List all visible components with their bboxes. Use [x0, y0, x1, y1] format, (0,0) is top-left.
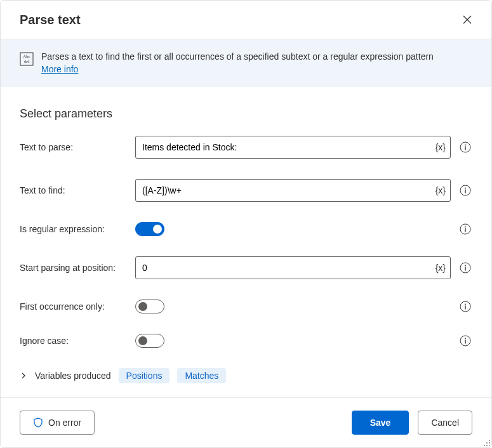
svg-point-10: [465, 227, 466, 228]
expand-variables-button[interactable]: [20, 372, 27, 379]
variable-chip-positions[interactable]: Positions: [119, 368, 170, 383]
svg-rect-11: [465, 228, 465, 232]
variable-token-button[interactable]: {x}: [435, 263, 446, 273]
param-label: Text to find:: [20, 185, 135, 195]
param-is-regex: Is regular expression:: [20, 222, 472, 236]
info-icon: [460, 301, 471, 312]
info-icon-button[interactable]: [458, 222, 472, 236]
info-icon-button[interactable]: [458, 140, 472, 154]
info-icon-button[interactable]: [458, 334, 472, 348]
param-start-pos: Start parsing at position: {x}: [20, 256, 472, 279]
variables-produced-label[interactable]: Variables produced: [35, 371, 111, 381]
svg-text:Abc: Abc: [23, 54, 30, 58]
svg-point-16: [465, 304, 466, 305]
param-text-to-parse: Text to parse: {x}: [20, 136, 472, 159]
param-ignore-case: Ignore case:: [20, 334, 472, 348]
chevron-right-icon: [20, 372, 27, 379]
info-icon: [460, 335, 471, 346]
svg-point-26: [489, 445, 490, 446]
svg-rect-14: [465, 267, 465, 271]
param-label: Ignore case:: [20, 336, 135, 346]
info-icon: [460, 142, 471, 153]
svg-point-25: [486, 445, 488, 446]
text-to-find-input[interactable]: [135, 179, 451, 202]
svg-point-23: [489, 442, 490, 444]
svg-rect-20: [465, 340, 465, 344]
parse-text-dialog: Parse text Abc def Parses a text to find…: [0, 0, 492, 448]
param-label: Start parsing at position:: [20, 263, 135, 273]
cancel-button[interactable]: Cancel: [418, 411, 472, 435]
info-text: Parses a text to find the first or all o…: [41, 51, 434, 76]
ignore-case-toggle[interactable]: [135, 334, 164, 348]
shield-icon: [33, 418, 43, 428]
info-description: Parses a text to find the first or all o…: [41, 51, 434, 62]
svg-point-21: [489, 440, 490, 441]
info-icon-button[interactable]: [458, 183, 472, 197]
start-position-input[interactable]: [135, 256, 451, 279]
on-error-label: On error: [48, 418, 81, 428]
variable-token-button[interactable]: {x}: [435, 142, 446, 152]
dialog-content: Select parameters Text to parse: {x} Tex…: [1, 87, 491, 397]
info-icon-button[interactable]: [458, 261, 472, 275]
resize-grip-icon[interactable]: [482, 438, 491, 447]
dialog-header: Parse text: [1, 1, 491, 39]
svg-point-13: [465, 265, 466, 267]
close-button[interactable]: [457, 10, 477, 30]
info-icon-button[interactable]: [458, 300, 472, 313]
close-icon: [463, 15, 472, 24]
svg-point-7: [465, 188, 466, 189]
svg-point-19: [465, 338, 466, 339]
svg-text:def: def: [24, 59, 30, 63]
info-icon: [460, 185, 471, 196]
variables-produced-row: Variables produced Positions Matches: [20, 368, 472, 383]
dialog-title: Parse text: [20, 13, 81, 27]
param-label: Text to parse:: [20, 142, 135, 152]
svg-point-4: [465, 145, 466, 146]
param-label: Is regular expression:: [20, 224, 135, 234]
save-label: Save: [370, 418, 391, 428]
param-label: First occurrence only:: [20, 301, 135, 312]
is-regex-toggle[interactable]: [135, 222, 164, 236]
cancel-label: Cancel: [431, 418, 459, 428]
param-first-only: First occurrence only:: [20, 300, 472, 313]
variable-token-button[interactable]: {x}: [435, 185, 446, 195]
abc-def-icon: Abc def: [20, 52, 34, 66]
more-info-link[interactable]: More info: [41, 64, 78, 74]
text-to-parse-input[interactable]: [135, 136, 451, 159]
info-icon: [460, 223, 471, 235]
dialog-footer: On error Save Cancel: [1, 397, 491, 447]
section-title: Select parameters: [20, 107, 472, 121]
svg-rect-5: [465, 147, 465, 150]
svg-point-22: [486, 442, 488, 444]
param-text-to-find: Text to find: {x}: [20, 179, 472, 202]
svg-point-24: [484, 445, 485, 446]
on-error-button[interactable]: On error: [20, 411, 95, 435]
info-bar: Abc def Parses a text to find the first …: [1, 39, 491, 87]
svg-rect-8: [465, 190, 465, 194]
save-button[interactable]: Save: [352, 411, 409, 435]
variable-chip-matches[interactable]: Matches: [177, 368, 226, 383]
info-icon: [460, 262, 471, 273]
svg-rect-17: [465, 306, 465, 310]
first-occurrence-toggle[interactable]: [135, 300, 164, 313]
